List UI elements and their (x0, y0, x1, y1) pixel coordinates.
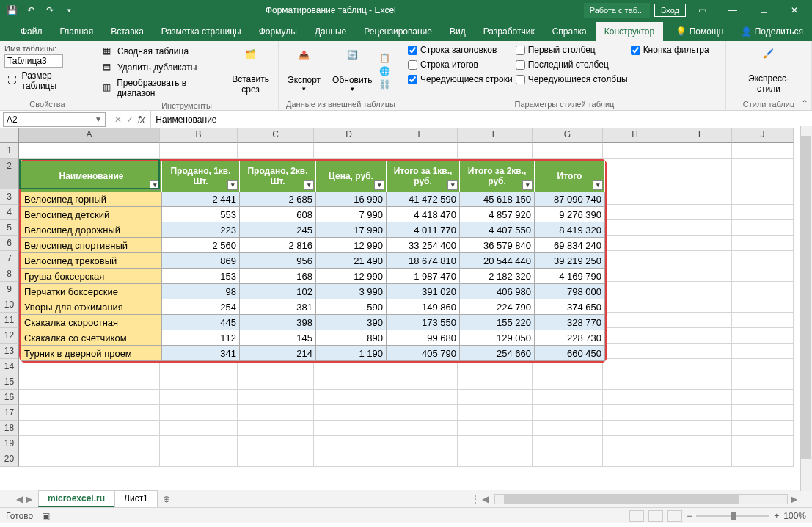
row-header[interactable]: 14 (0, 359, 19, 374)
cell[interactable] (732, 436, 794, 451)
table-header[interactable]: Цена, руб.▾ (316, 161, 387, 192)
cell[interactable] (603, 436, 667, 451)
redo-icon[interactable]: ↷ (41, 1, 59, 19)
table-cell[interactable]: 2 685 (240, 192, 316, 207)
table-cell[interactable]: 341 (162, 346, 240, 361)
cancel-formula-icon[interactable]: ✕ (114, 115, 122, 125)
cell[interactable] (732, 189, 794, 205)
cell[interactable] (384, 143, 458, 159)
table-cell[interactable]: 102 (240, 284, 316, 299)
row-header[interactable]: 7 (0, 251, 19, 266)
filter-dropdown-icon[interactable]: ▾ (522, 180, 533, 190)
cell[interactable] (314, 421, 384, 436)
cell[interactable] (603, 297, 667, 313)
cell[interactable] (732, 282, 794, 297)
table-cell[interactable]: 4 418 470 (387, 207, 460, 222)
vertical-scrollbar[interactable] (800, 126, 812, 491)
cell[interactable] (667, 266, 732, 282)
cell[interactable] (667, 297, 732, 313)
tab-файл[interactable]: Файл (12, 22, 51, 41)
row-header[interactable]: 15 (0, 374, 19, 390)
table-cell[interactable]: 590 (316, 299, 387, 315)
share-button[interactable]: 👤 Поделиться (732, 22, 812, 41)
table-cell[interactable]: 381 (240, 299, 316, 315)
cell[interactable] (732, 374, 794, 390)
cell[interactable] (384, 374, 458, 390)
table-cell[interactable]: 98 (162, 284, 240, 299)
zoom-level[interactable]: 100% (783, 511, 806, 521)
cell[interactable] (732, 143, 794, 159)
table-cell[interactable]: 112 (162, 330, 240, 346)
cell[interactable] (603, 421, 667, 436)
row-header[interactable]: 20 (0, 451, 19, 467)
formula-bar[interactable]: Наименование (150, 111, 812, 128)
table-cell[interactable]: 149 860 (387, 299, 460, 315)
cell[interactable] (667, 143, 732, 159)
table-cell[interactable]: 2 816 (240, 238, 316, 253)
cell[interactable] (603, 344, 667, 359)
table-cell[interactable]: 41 472 590 (387, 192, 460, 207)
table-cell[interactable]: Скакалка со счетчиком (21, 330, 162, 346)
column-header[interactable]: D (314, 128, 384, 143)
cell[interactable] (19, 390, 160, 405)
table-cell[interactable]: 405 790 (387, 346, 460, 361)
table-cell[interactable]: 4 857 920 (460, 207, 535, 222)
table-cell[interactable]: 16 990 (316, 192, 387, 207)
cell[interactable] (603, 313, 667, 328)
column-header[interactable]: A (19, 128, 160, 143)
table-cell[interactable]: 17 990 (316, 222, 387, 238)
cell[interactable] (533, 405, 603, 421)
table-cell[interactable]: 173 550 (387, 315, 460, 330)
table-header[interactable]: Итого за 1кв., руб.▾ (387, 161, 460, 192)
row-header[interactable]: 8 (0, 266, 19, 282)
tab-рецензирование[interactable]: Рецензирование (355, 22, 441, 41)
table-cell[interactable]: 45 618 150 (460, 192, 535, 207)
cell[interactable] (19, 421, 160, 436)
table-cell[interactable]: 224 790 (460, 299, 535, 315)
add-sheet-button[interactable]: ⊕ (158, 494, 175, 504)
table-cell[interactable]: 445 (162, 315, 240, 330)
normal-view-icon[interactable] (629, 510, 644, 522)
cell[interactable] (533, 390, 603, 405)
table-cell[interactable]: 129 050 (460, 330, 535, 346)
cell[interactable] (160, 451, 238, 467)
select-all-corner[interactable] (0, 128, 19, 143)
table-cell[interactable]: 21 490 (316, 253, 387, 269)
filter-dropdown-icon[interactable]: ▾ (304, 180, 314, 190)
page-layout-view-icon[interactable] (648, 510, 663, 522)
refresh-button[interactable]: 🔄Обновить▾ (328, 44, 376, 98)
cell[interactable] (732, 421, 794, 436)
table-cell[interactable]: 33 254 400 (387, 238, 460, 253)
row-header[interactable]: 11 (0, 313, 19, 328)
filter-dropdown-icon[interactable]: ▾ (447, 180, 458, 190)
row-header[interactable]: 18 (0, 421, 19, 436)
table-cell[interactable]: 87 090 740 (535, 192, 605, 207)
namebox-dropdown-icon[interactable]: ▼ (95, 115, 102, 123)
sheet-nav-prev-icon[interactable]: ◀ (16, 494, 23, 504)
table-cell[interactable]: Велосипед детский (21, 207, 162, 222)
cell[interactable] (603, 282, 667, 297)
cell[interactable] (667, 359, 732, 374)
cell[interactable] (667, 189, 732, 205)
table-cell[interactable]: 254 (162, 299, 240, 315)
cell[interactable] (667, 390, 732, 405)
table-header[interactable]: Продано, 1кв. Шт.▾ (162, 161, 240, 192)
row-header[interactable]: 17 (0, 405, 19, 421)
cell[interactable] (667, 421, 732, 436)
cell[interactable] (667, 251, 732, 266)
filter-dropdown-icon[interactable]: ▾ (593, 180, 603, 190)
cell[interactable] (19, 405, 160, 421)
column-header[interactable]: H (603, 128, 667, 143)
sheet-tab[interactable]: microexcel.ru (38, 490, 114, 507)
table-cell[interactable]: 869 (162, 253, 240, 269)
column-header[interactable]: J (732, 128, 794, 143)
save-icon[interactable]: 💾 (3, 1, 21, 19)
tab-разработчик[interactable]: Разработчик (475, 22, 544, 41)
cell[interactable] (667, 328, 732, 344)
table-cell[interactable]: 12 990 (316, 269, 387, 284)
table-cell[interactable]: 12 990 (316, 238, 387, 253)
zoom-out-icon[interactable]: − (687, 511, 692, 521)
cell[interactable] (533, 143, 603, 159)
sheet-tab[interactable]: Лист1 (114, 490, 158, 507)
table-cell[interactable]: Велосипед дорожный (21, 222, 162, 238)
